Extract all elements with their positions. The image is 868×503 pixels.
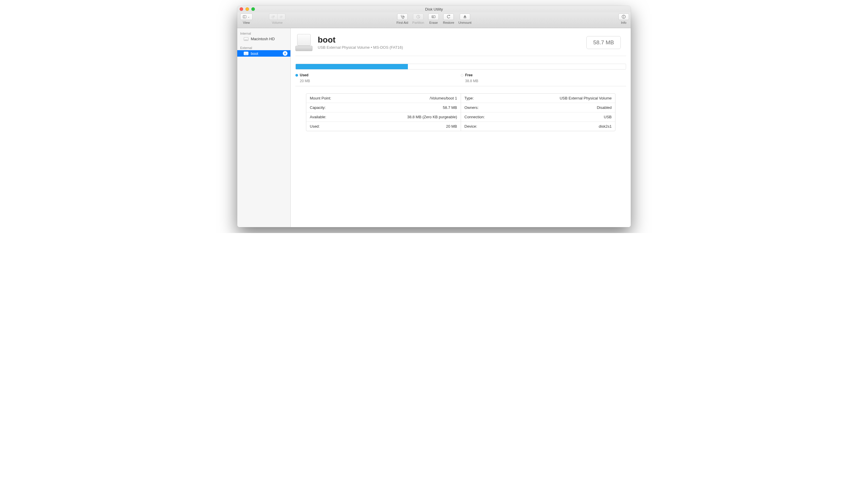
chevron-down-icon: ⌄: [248, 15, 250, 18]
svg-rect-7: [464, 18, 466, 18]
traffic-lights: [240, 7, 255, 11]
details-table: Mount Point:/Volumes/boot 1 Capacity:58.…: [306, 93, 616, 131]
toolbar-group-info: Info: [618, 13, 629, 24]
volume-title-block: boot USB External Physical Volume • MS-D…: [318, 35, 403, 50]
detail-value: USB External Physical Volume: [560, 96, 612, 101]
volume-add-icon: [272, 14, 275, 19]
svg-rect-0: [243, 15, 246, 18]
titlebar: Disk Utility: [237, 6, 631, 12]
sidebar-item-boot[interactable]: boot: [237, 50, 290, 57]
legend-used-value: 20 MB: [300, 79, 461, 83]
close-button[interactable]: [240, 7, 243, 11]
detail-row: Device:disk2s1: [461, 122, 616, 131]
eject-icon: [284, 52, 286, 55]
svg-point-4: [403, 16, 404, 17]
disk-icon: [244, 37, 248, 41]
disk-icon: [244, 52, 248, 55]
volume-label: Volume: [272, 21, 283, 24]
legend-used-label: Used: [300, 73, 308, 77]
toolbar-group-firstaid: First Aid: [396, 13, 408, 24]
unmount-label: Unmount: [458, 21, 472, 24]
disk-utility-window: Disk Utility ⌄ View Volume: [237, 6, 631, 227]
legend-free: Free 38.8 MB: [461, 73, 626, 83]
detail-key: Capacity:: [310, 105, 326, 110]
detail-row: Used:20 MB: [306, 122, 461, 131]
volume-name: boot: [318, 35, 403, 45]
info-label: Info: [621, 21, 626, 24]
first-aid-button[interactable]: [397, 13, 407, 20]
detail-value: Disabled: [597, 105, 612, 110]
unmount-button[interactable]: [459, 13, 470, 20]
detail-key: Used:: [310, 124, 320, 128]
usage-bar-used-segment: [296, 64, 408, 69]
usage-area: Used 20 MB Free 38.8 MB: [291, 56, 631, 86]
volume-remove-icon: [280, 14, 283, 19]
view-button[interactable]: ⌄: [240, 13, 252, 20]
dot-icon: [461, 74, 463, 76]
partition-label: Partition: [412, 21, 424, 24]
sidebar-header-internal: Internal: [237, 31, 290, 36]
divider: [296, 86, 626, 86]
info-button[interactable]: [618, 13, 629, 20]
partition-button[interactable]: [413, 13, 423, 20]
detail-row: Type:USB External Physical Volume: [461, 94, 616, 103]
restore-label: Restore: [443, 21, 454, 24]
toolbar-group-erase: Erase: [428, 13, 439, 24]
sidebar-item-label: Macintosh HD: [251, 37, 275, 41]
sidebar-item-label: boot: [251, 51, 258, 56]
detail-row: Connection:USB: [461, 112, 616, 122]
legend-used: Used 20 MB: [296, 73, 461, 83]
volume-header: boot USB External Physical Volume • MS-D…: [291, 28, 631, 56]
toolbar: ⌄ View Volume First Aid: [237, 12, 631, 28]
dot-icon: [296, 74, 298, 76]
detail-value: 20 MB: [446, 124, 457, 128]
detail-value: 58.7 MB: [443, 105, 457, 110]
sidebar-item-macintosh-hd[interactable]: Macintosh HD: [237, 36, 290, 42]
svg-rect-10: [623, 17, 624, 18]
svg-rect-3: [280, 16, 282, 18]
detail-row: Capacity:58.7 MB: [306, 103, 461, 112]
stethoscope-icon: [400, 14, 405, 19]
details-left-column: Mount Point:/Volumes/boot 1 Capacity:58.…: [306, 94, 461, 131]
detail-row: Available:38.8 MB (Zero KB purgeable): [306, 112, 461, 122]
erase-icon: [431, 14, 436, 19]
volume-size-chip: 58.7 MB: [586, 36, 621, 49]
content-pane: boot USB External Physical Volume • MS-D…: [291, 28, 631, 227]
sidebar: Internal Macintosh HD External boot: [237, 28, 291, 227]
detail-value: USB: [604, 115, 612, 119]
detail-key: Available:: [310, 115, 326, 119]
eject-button[interactable]: [283, 51, 288, 56]
detail-key: Mount Point:: [310, 96, 331, 101]
usage-legend: Used 20 MB Free 38.8 MB: [296, 73, 626, 83]
toolbar-group-unmount: Unmount: [458, 13, 472, 24]
first-aid-label: First Aid: [396, 21, 408, 24]
restore-button[interactable]: [443, 13, 454, 20]
view-label: View: [243, 21, 250, 24]
detail-key: Device:: [465, 124, 477, 128]
toolbar-right: Info: [618, 13, 629, 24]
detail-key: Type:: [465, 96, 474, 101]
details-right-column: Type:USB External Physical Volume Owners…: [461, 94, 616, 131]
restore-icon: [446, 14, 451, 19]
external-drive-icon: [296, 34, 312, 51]
erase-button[interactable]: [428, 13, 439, 20]
svg-rect-2: [272, 16, 274, 18]
detail-value: 38.8 MB (Zero KB purgeable): [407, 115, 457, 119]
legend-free-label: Free: [465, 73, 473, 77]
detail-key: Connection:: [465, 115, 485, 119]
eject-icon: [463, 14, 467, 19]
volume-add-button[interactable]: [269, 13, 277, 20]
erase-label: Erase: [429, 21, 438, 24]
detail-value: /Volumes/boot 1: [430, 96, 457, 101]
volume-remove-button[interactable]: [277, 13, 286, 20]
zoom-button[interactable]: [251, 7, 255, 11]
usage-bar: [296, 64, 626, 70]
svg-point-9: [623, 15, 624, 16]
legend-free-value: 38.8 MB: [465, 79, 626, 83]
detail-value: disk2s1: [599, 124, 612, 128]
toolbar-group-partition: Partition: [412, 13, 424, 24]
pie-icon: [416, 14, 421, 19]
toolbar-center: First Aid Partition Erase Restore: [396, 13, 471, 24]
toolbar-group-view: ⌄ View: [240, 13, 252, 24]
minimize-button[interactable]: [246, 7, 249, 11]
